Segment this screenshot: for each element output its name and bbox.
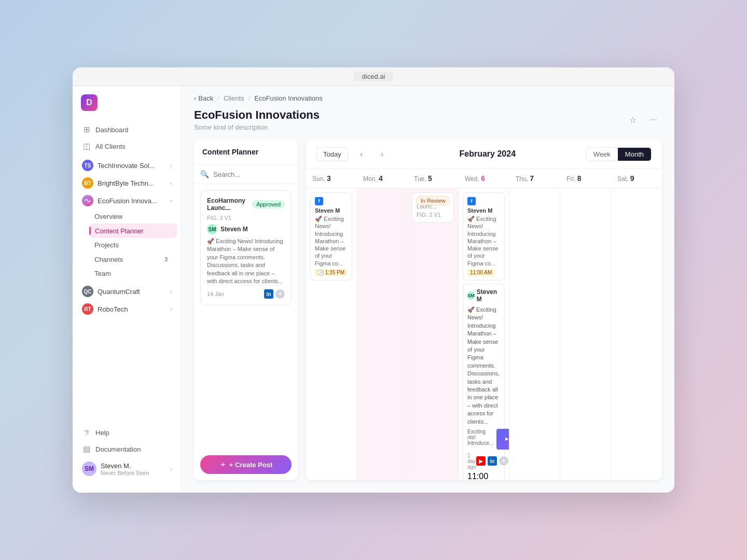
create-btn-label: + Create Post bbox=[229, 461, 272, 469]
breadcrumb-clients[interactable]: Clients bbox=[224, 94, 244, 102]
month-view-button[interactable]: Month bbox=[618, 148, 651, 161]
team-label: Team bbox=[94, 270, 111, 277]
client-avatar: QC bbox=[82, 286, 93, 297]
client-name: QuantumCraft bbox=[98, 288, 165, 296]
event-author: Steven M bbox=[315, 207, 348, 214]
client-name: EcoFusion Innova... bbox=[98, 197, 165, 205]
back-button[interactable]: ‹ Back bbox=[194, 94, 213, 102]
day-col-thu bbox=[509, 188, 560, 480]
chevron-down-icon: › bbox=[170, 180, 172, 186]
event-text: 🚀 Exciting News! Introducing Marathon – … bbox=[467, 306, 500, 426]
docs-label: Documentation bbox=[95, 445, 172, 453]
back-arrow-icon: ‹ bbox=[194, 94, 196, 102]
sidebar-bottom: ? Help ▤ Documentation SM Steven M. Neve… bbox=[73, 420, 181, 484]
more-options-button[interactable]: ··· bbox=[645, 111, 662, 128]
event-time-ago: 1 day ago bbox=[467, 453, 476, 470]
calendar-event-expanded[interactable]: SM Steven M 🚀 Exciting News! Introducing… bbox=[463, 284, 505, 480]
page-title-area: EcoFusion Innovations Some kind of descr… bbox=[194, 108, 320, 131]
sidebar-item-all-clients[interactable]: ◫ All Clients bbox=[77, 138, 177, 155]
event-time: 11:00 AM bbox=[467, 472, 488, 480]
chevron-down-icon: › bbox=[170, 466, 172, 472]
calendar-title: February 2024 bbox=[396, 149, 579, 159]
calendar-event[interactable]: EcoHarmony Launc... FIG. 2 V1 In Review bbox=[412, 192, 454, 222]
calendar-event[interactable]: f Steven M 🚀 Exciting News! Introducing … bbox=[310, 192, 352, 281]
add-platform-button[interactable]: + bbox=[499, 456, 508, 466]
event-text: 🚀 Exciting News! Introducing Marathon – … bbox=[467, 215, 500, 267]
sidebar-item-channels[interactable]: Channels 3 bbox=[89, 252, 177, 267]
favorite-button[interactable]: ☆ bbox=[625, 111, 641, 128]
title-bar: diced.ai bbox=[73, 67, 674, 86]
user-status: Never Before Seen bbox=[101, 470, 165, 476]
create-post-button[interactable]: ＋ + Create Post bbox=[200, 455, 292, 474]
day-num: 7 bbox=[530, 174, 534, 183]
sidebar-item-overview[interactable]: Overview bbox=[89, 209, 177, 223]
panel-title: Content Planner bbox=[194, 139, 298, 165]
sidebar-item-robotech[interactable]: RT RoboTech › bbox=[77, 300, 177, 318]
app-window: diced.ai D ⊞ Dashboard ◫ All Clients bbox=[73, 67, 674, 493]
page-title: EcoFusion Innovations bbox=[194, 108, 320, 122]
next-button[interactable]: › bbox=[375, 147, 390, 161]
channels-label: Channels bbox=[94, 256, 123, 263]
sidebar-item-content-planner[interactable]: Content Planner bbox=[89, 223, 177, 238]
prev-button[interactable]: ‹ bbox=[354, 147, 369, 161]
chevron-down-icon: › bbox=[170, 306, 172, 312]
sidebar-item-team[interactable]: Team bbox=[89, 267, 177, 281]
day-num: 6 bbox=[481, 174, 485, 183]
calendar-panel: Today ‹ › February 2024 Week Month bbox=[306, 139, 662, 480]
ecofusion-subnav: Overview Content Planner Projects Channe… bbox=[77, 209, 177, 281]
projects-label: Projects bbox=[94, 241, 119, 249]
sidebar-item-help[interactable]: ? Help bbox=[77, 424, 177, 441]
dashboard-icon: ⊞ bbox=[82, 125, 91, 134]
clients-icon: ◫ bbox=[82, 142, 91, 151]
calendar-event[interactable]: f Steven M 🚀 Exciting News! Introducing … bbox=[463, 192, 505, 281]
day-num: 9 bbox=[630, 174, 634, 183]
event-thumbnail: ▶ bbox=[496, 429, 509, 450]
social-icons: in + bbox=[264, 289, 285, 299]
client-avatar bbox=[82, 195, 93, 206]
client-avatar: TS bbox=[82, 160, 93, 171]
sidebar-item-projects[interactable]: Projects bbox=[89, 238, 177, 252]
day-num: 5 bbox=[428, 174, 432, 183]
docs-icon: ▤ bbox=[82, 444, 91, 454]
post-card-header: EcoHarmony Launc... Approved bbox=[207, 197, 285, 212]
back-label: Back bbox=[198, 94, 213, 102]
post-meta: FIG. 2 V1 bbox=[207, 215, 285, 221]
search-input[interactable] bbox=[213, 171, 298, 178]
today-button[interactable]: Today bbox=[316, 147, 348, 161]
week-view-button[interactable]: Week bbox=[586, 148, 618, 161]
author-name: Steven M bbox=[220, 226, 248, 233]
sidebar-item-documentation[interactable]: ▤ Documentation bbox=[77, 441, 177, 457]
event-time: 11:00 AM bbox=[467, 269, 494, 276]
day-header-tue: Tue, 5 bbox=[408, 169, 459, 188]
avatar: SM bbox=[207, 224, 217, 234]
day-col-fri bbox=[560, 188, 611, 480]
page-description: Some kind of description bbox=[194, 123, 320, 131]
sidebar-item-ecofusion[interactable]: EcoFusion Innova... › bbox=[77, 192, 177, 209]
list-item[interactable]: EcoHarmony Launc... Approved FIG. 2 V1 S… bbox=[200, 190, 292, 305]
calendar-header: Today ‹ › February 2024 Week Month bbox=[306, 139, 662, 169]
sidebar-item-brightbyte[interactable]: BT BrightByte Techn... › bbox=[77, 174, 177, 192]
calendar-grid: f Steven M 🚀 Exciting News! Introducing … bbox=[306, 188, 662, 480]
calendar-body: Sun, 3 Mon, 4 Tue, 5 Wed, 6 bbox=[306, 169, 662, 480]
post-footer: 14 Jan in + bbox=[207, 289, 285, 299]
facebook-icon: f bbox=[315, 197, 323, 205]
day-col-sat bbox=[611, 188, 662, 480]
post-title: EcoHarmony Launc... bbox=[207, 197, 252, 212]
day-col-tue: EcoHarmony Launc... FIG. 2 V1 In Review bbox=[408, 188, 459, 480]
event-meta: Exciting nts! Introduce... bbox=[467, 429, 493, 446]
social-icons: ▶ in + bbox=[476, 456, 508, 466]
user-profile[interactable]: SM Steven M. Never Before Seen › bbox=[77, 457, 177, 480]
sidebar-item-dashboard[interactable]: ⊞ Dashboard bbox=[77, 121, 177, 138]
sidebar-item-quantumcraft[interactable]: QC QuantumCraft › bbox=[77, 283, 177, 300]
post-date: 14 Jan bbox=[207, 291, 224, 297]
event-author: Steven M bbox=[467, 207, 500, 214]
linkedin-icon: in bbox=[488, 456, 497, 466]
sidebar-item-tech-innovate[interactable]: TS TechInnovate Sol... › bbox=[77, 157, 177, 174]
avatar: SM bbox=[82, 461, 96, 476]
logo-icon[interactable]: D bbox=[81, 94, 98, 111]
window-title: diced.ai bbox=[354, 72, 394, 81]
add-platform-button[interactable]: + bbox=[275, 289, 285, 299]
plus-icon: ＋ bbox=[219, 460, 226, 469]
channels-badge: 3 bbox=[160, 255, 172, 263]
event-sub-meta: FIG. 2 V1 bbox=[417, 212, 449, 218]
